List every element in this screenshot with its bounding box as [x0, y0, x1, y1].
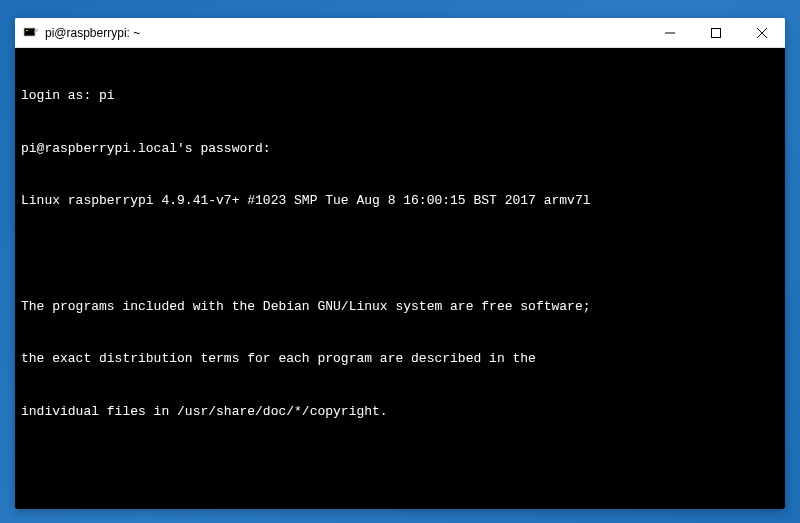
- window-title: pi@raspberrypi: ~: [45, 26, 140, 40]
- terminal-window: pi@raspberrypi: ~ login as: pi pi@raspbe…: [15, 18, 785, 509]
- putty-icon: [23, 25, 39, 41]
- close-button[interactable]: [739, 18, 785, 47]
- window-controls: [647, 18, 785, 47]
- svg-rect-2: [26, 30, 28, 31]
- terminal-line: individual files in /usr/share/doc/*/cop…: [21, 403, 779, 421]
- titlebar-left: pi@raspberrypi: ~: [23, 25, 140, 41]
- terminal-line: login as: pi: [21, 87, 779, 105]
- terminal-line: pi@raspberrypi.local's password:: [21, 140, 779, 158]
- svg-rect-4: [712, 28, 721, 37]
- maximize-button[interactable]: [693, 18, 739, 47]
- terminal-line: [21, 245, 779, 263]
- terminal-output[interactable]: login as: pi pi@raspberrypi.local's pass…: [15, 48, 785, 509]
- terminal-line: [21, 456, 779, 474]
- svg-rect-1: [25, 29, 34, 35]
- terminal-line: Linux raspberrypi 4.9.41-v7+ #1023 SMP T…: [21, 192, 779, 210]
- terminal-line: the exact distribution terms for each pr…: [21, 350, 779, 368]
- terminal-line: Debian GNU/Linux comes with ABSOLUTELY N…: [21, 508, 779, 509]
- terminal-line: The programs included with the Debian GN…: [21, 298, 779, 316]
- window-titlebar[interactable]: pi@raspberrypi: ~: [15, 18, 785, 48]
- minimize-button[interactable]: [647, 18, 693, 47]
